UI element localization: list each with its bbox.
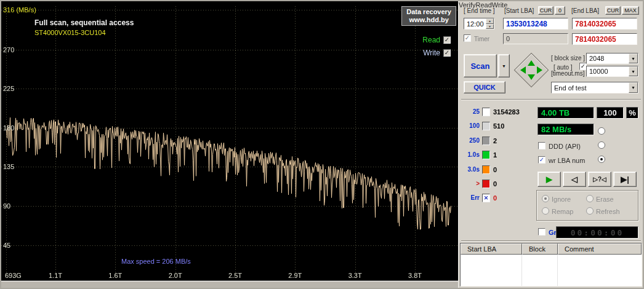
- timer-label: Timer: [474, 36, 489, 42]
- mode-radio-read[interactable]: [598, 141, 605, 149]
- ddd-api-checkbox[interactable]: [538, 142, 545, 149]
- scan-progress-strip: [1, 280, 458, 288]
- x-axis-label: 1.1T: [49, 272, 62, 279]
- error-action-radio-erase[interactable]: [586, 195, 594, 202]
- scan-button[interactable]: Scan: [464, 54, 497, 77]
- elapsed-time-clock: 00:00:00: [556, 226, 638, 239]
- defect-table-body[interactable]: [461, 255, 642, 286]
- end-time-spinner[interactable]: 12:00 ▲ ▼: [464, 18, 494, 30]
- start-button[interactable]: ▶: [537, 172, 561, 187]
- spin-down-icon[interactable]: ▼: [486, 24, 494, 30]
- timer-checkbox[interactable]: ✓: [464, 34, 471, 42]
- speed-chart: Full scan, sequential access ST4000VX015…: [1, 1, 458, 280]
- drive-model-label: ST4000VX015-3CU104: [34, 29, 106, 36]
- end-lba-field[interactable]: 7814032065: [572, 18, 637, 30]
- nav-down-button[interactable]: [528, 74, 535, 80]
- random-button[interactable]: ▷?◁: [588, 172, 611, 187]
- speed-bin-label: 250: [459, 137, 480, 144]
- speed-bin-box: [482, 151, 490, 159]
- chart-title: Full scan, sequential access: [34, 18, 134, 27]
- dropdown-arrow-icon[interactable]: ▼: [629, 53, 638, 63]
- nav-up-button[interactable]: [528, 60, 535, 66]
- column-header-comment[interactable]: Comment: [558, 243, 642, 255]
- start-lba-field[interactable]: 1353013248: [503, 18, 568, 30]
- skip-end-button[interactable]: ▶|: [613, 172, 637, 187]
- watermark-line2: www.hdd.by: [406, 16, 451, 24]
- speed-bin-count: 2: [493, 137, 497, 144]
- column-divider: [557, 255, 558, 286]
- legend-write-checkbox[interactable]: ✓: [443, 49, 451, 57]
- timeout-combo[interactable]: 10000 ▼: [586, 66, 638, 77]
- end-action-combo[interactable]: End of test ▼: [551, 82, 638, 93]
- quick-button[interactable]: QUICK: [464, 81, 505, 93]
- scan-dropdown-button[interactable]: ▼: [498, 54, 510, 77]
- speed-bin-count: 510: [493, 122, 504, 130]
- end-lba-max-button[interactable]: MAX: [622, 6, 639, 15]
- speed-bin-box: [482, 165, 490, 174]
- spin-up-icon[interactable]: ▲: [486, 18, 494, 24]
- mode-radio-verify[interactable]: [598, 127, 605, 135]
- x-axis-label: 3.3T: [348, 272, 362, 279]
- start-lba-zero-button[interactable]: 0: [555, 6, 565, 15]
- mode-label-write: Write: [492, 1, 507, 9]
- step-back-button[interactable]: ◁: [563, 172, 586, 187]
- divider: [461, 99, 641, 100]
- speed-bin-count: 0: [493, 194, 497, 202]
- legend-read-checkbox[interactable]: ✓: [443, 36, 451, 44]
- column-header-block[interactable]: Block: [522, 243, 558, 255]
- legend-row: Read✓: [422, 33, 451, 46]
- max-speed-note: Max speed = 206 MB/s: [121, 258, 191, 265]
- error-action-radio-refresh[interactable]: [586, 207, 594, 215]
- error-action-radio-ignore[interactable]: [542, 195, 549, 202]
- speed-bin-box: [482, 122, 490, 130]
- y-axis-label: 316 (MB/s): [3, 6, 36, 14]
- legend-label: Read: [422, 36, 440, 44]
- nav-right-button[interactable]: [537, 66, 542, 74]
- y-axis-label: 180: [3, 124, 14, 132]
- mode-radio-write[interactable]: [598, 156, 605, 163]
- chart-canvas: [1, 1, 458, 280]
- end-lba-cur-button[interactable]: CUR: [605, 6, 621, 15]
- error-action-label-ignore: Ignore: [552, 196, 571, 203]
- mode-label-read: Read: [476, 1, 492, 9]
- error-action-label-refresh: Refresh: [596, 208, 620, 215]
- speed-bin-box: [482, 137, 490, 145]
- y-axis-label: 45: [3, 242, 10, 249]
- x-axis-label: 1.6T: [108, 272, 122, 279]
- block-size-combo[interactable]: 2048 ▼: [586, 53, 638, 64]
- error-action-label-remap: Remap: [552, 208, 573, 215]
- dropdown-arrow-icon[interactable]: ▼: [629, 82, 638, 93]
- x-axis-label: 2.5T: [228, 272, 242, 279]
- watermark: Data recovery www.hdd.by: [401, 6, 456, 26]
- legend-row: Write✓: [422, 46, 451, 59]
- x-axis-label: 2.9T: [288, 272, 302, 279]
- column-header-start-lba[interactable]: Start LBA: [461, 243, 522, 255]
- timeout-value: 10000: [589, 68, 608, 75]
- speed-bin-label: 1.0s: [459, 151, 480, 158]
- nav-left-button[interactable]: [520, 66, 526, 74]
- speed-bin-count: 0: [493, 180, 497, 188]
- speed-bin-label: >: [459, 180, 480, 187]
- chart-legend: Read✓Write✓: [422, 33, 451, 59]
- x-axis-label: 2.0T: [169, 272, 182, 279]
- start-lba-cur-button[interactable]: CUR: [538, 6, 553, 15]
- end-time-value: 12:00: [467, 20, 484, 28]
- watermark-line1: Data recovery: [406, 8, 451, 16]
- grid-checkbox[interactable]: [538, 228, 545, 236]
- end-lba-total-field[interactable]: 7814032065: [572, 33, 637, 45]
- error-action-radio-remap[interactable]: [542, 207, 549, 215]
- y-axis-label: 225: [3, 85, 14, 92]
- percent-display: 100: [597, 107, 624, 119]
- end-lba-label: [End LBA]: [571, 7, 599, 14]
- percent-sign-display: %: [626, 107, 638, 119]
- timer-field[interactable]: 0: [503, 33, 568, 44]
- speed-bin-count: 3154283: [493, 108, 520, 116]
- y-axis-label: 90: [3, 202, 10, 210]
- speed-bin-label: 25: [459, 108, 480, 115]
- dropdown-arrow-icon[interactable]: ▼: [629, 66, 638, 76]
- wr-lba-checkbox[interactable]: ✓: [538, 156, 545, 164]
- speed-bin-box: [482, 180, 490, 188]
- speed-bin-label: Err: [459, 194, 480, 201]
- speed-display: 82 MB/s: [537, 124, 594, 135]
- end-action-value: End of test: [554, 84, 587, 92]
